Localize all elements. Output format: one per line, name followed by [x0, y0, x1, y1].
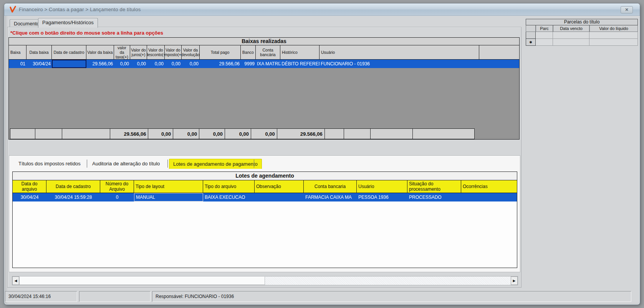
cell-parc[interactable] — [536, 39, 553, 46]
total-devolucao: 0,00 — [251, 129, 277, 139]
col-baixa: Baixa — [9, 45, 26, 59]
col-numero-arquivo: Número do Arquivo — [100, 180, 134, 193]
horizontal-scrollbar[interactable]: ◀ ▶ — [12, 276, 518, 285]
cell-usuario[interactable]: PESSOA 1936 — [357, 193, 407, 201]
cell-data-vencto[interactable] — [553, 32, 589, 39]
cell-historico[interactable]: DÉBITO REFERENT — [280, 60, 320, 68]
col-devolucao: Valor da devolução — [182, 45, 200, 59]
cell-data-baixa[interactable]: 30/04/24 — [26, 60, 52, 68]
col-valor-liquido: Valor do líquido — [589, 25, 638, 32]
col-ocorrencias: Ocorrências — [461, 180, 517, 193]
col-selector — [526, 25, 536, 32]
col-tipo-arquivo: Tipo do arquivo — [203, 180, 255, 193]
col-tipo-layout: Tipo de layout — [134, 180, 203, 193]
cell-total-pago[interactable]: 29.566,06 — [200, 60, 241, 68]
cell-valor-liquido[interactable] — [589, 39, 638, 46]
cell-data-cadastro-focused[interactable] — [52, 60, 86, 68]
total-valor-baixa: 29.566,06 — [110, 129, 149, 139]
lotes-panel: Títulos dos impostos retidos Auditoria d… — [9, 155, 520, 272]
baixas-totals-row: 29.566,06 0,00 0,00 0,00 0,00 0,00 29.56… — [10, 128, 475, 139]
tab-pagamentos-historicos[interactable]: Pagamentos/Históricos — [38, 18, 98, 28]
scroll-left-button[interactable]: ◀ — [12, 276, 19, 285]
cell-data-cadastro[interactable]: 30/04/24 15:59:28 — [46, 193, 100, 201]
col-empty — [479, 45, 519, 59]
tab-lotes-agendamento[interactable]: Lotes de agendamento de pagamento — [169, 159, 262, 169]
cell-banco[interactable]: 9999 — [241, 60, 256, 68]
baixas-header-row: Baixa Data baixa Data de cadastro Valor … — [9, 45, 519, 60]
cell-conta-bancaria[interactable]: IXA MATRIZ — [256, 60, 280, 68]
status-empty-panel — [79, 291, 151, 302]
baixas-grid-title: Baixas realizadas — [9, 38, 519, 45]
lotes-grid-title: Lotes de agendamento — [13, 172, 517, 180]
cell-data-vencto[interactable] — [553, 39, 589, 46]
cell-parc[interactable] — [536, 32, 553, 39]
col-desconto: Valor do desconto(+ — [147, 45, 165, 59]
status-datetime: 30/04/2024 15:46:16 — [5, 291, 77, 302]
col-observacao: Observação — [255, 180, 304, 193]
cell-baixa[interactable]: 01 — [9, 60, 26, 68]
status-responsavel: Responsável: FUNCIONARIO - 01936 — [152, 291, 631, 302]
parcelas-title: Parcelas do título — [526, 19, 638, 25]
cell-conta-bancaria[interactable]: FARMACIA CAIXA MA — [304, 193, 357, 201]
scrollbar-track[interactable] — [265, 276, 511, 285]
title-bar[interactable]: Financeiro > Contas a pagar > Lançamento… — [4, 3, 640, 16]
col-taxa: valor da taxa(+) — [114, 45, 130, 59]
total-blank-3 — [62, 129, 110, 139]
col-data-arquivo: Data do arquivo — [13, 180, 46, 193]
lotes-empty-area[interactable] — [13, 201, 517, 268]
app-logo-icon — [9, 6, 17, 13]
parcelas-row-2[interactable]: ✱ — [526, 39, 638, 46]
total-blank-6 — [371, 129, 413, 139]
cell-devolucao[interactable]: 0,00 — [182, 60, 200, 68]
col-banco: Banco — [241, 45, 256, 59]
bottom-tab-separator-2 — [167, 160, 168, 168]
status-bar: 30/04/2024 15:46:16 Responsável: FUNCION… — [5, 290, 640, 304]
cell-empty[interactable] — [479, 60, 519, 68]
total-total-pago: 29.566,06 — [277, 129, 325, 139]
cell-situacao[interactable]: PROCESSADO — [407, 193, 461, 201]
cell-numero-arquivo[interactable]: 0 — [100, 193, 134, 201]
scroll-right-button[interactable]: ▶ — [511, 276, 518, 285]
lotes-grid: Lotes de agendamento Data do arquivo Dat… — [12, 171, 517, 268]
cell-usuario[interactable]: FUNCIONARIO - 01936 — [320, 60, 479, 68]
cell-observacao[interactable] — [255, 193, 304, 201]
lotes-selected-row[interactable]: 30/04/24 30/04/24 15:59:28 0 MANUAL BAIX… — [13, 193, 517, 201]
cell-ocorrencias[interactable] — [461, 193, 517, 201]
baixas-grid: Baixas realizadas Baixa Data baixa Data … — [8, 37, 520, 140]
cell-juros[interactable]: 0,00 — [130, 60, 147, 68]
cell-tipo-layout-focused[interactable]: MANUAL — [134, 193, 203, 201]
col-data-cadastro: Data de cadastro — [46, 180, 100, 193]
baixas-selected-row[interactable]: 01 30/04/24 29.566,06 0,00 0,00 0,00 0,0… — [9, 60, 519, 68]
row-selector[interactable] — [526, 32, 536, 39]
total-blank-4 — [325, 129, 344, 139]
close-button[interactable]: ✕ — [621, 6, 633, 13]
scrollbar-thumb[interactable] — [19, 276, 265, 285]
baixas-empty-area[interactable] — [9, 68, 519, 128]
insert-marker-icon[interactable]: ✱ — [526, 39, 536, 46]
cell-tipo-arquivo[interactable]: BAIXA EXECUCAO — [203, 193, 255, 201]
col-data-vencto: Data vencto — [553, 25, 589, 32]
total-imposto: 0,00 — [225, 129, 251, 139]
tab-titulos-impostos[interactable]: Títulos dos impostos retidos — [15, 159, 84, 169]
cell-valor-baixa[interactable]: 29.566,06 — [86, 60, 114, 68]
col-situacao: Situação do processamento — [407, 180, 461, 193]
total-blank-2 — [35, 129, 62, 139]
total-taxa: 0,00 — [148, 129, 173, 139]
total-desconto: 0,00 — [199, 129, 225, 139]
total-blank-5 — [344, 129, 371, 139]
col-parc: Parc — [536, 25, 553, 32]
tab-auditoria[interactable]: Auditoria de alteração do título — [88, 159, 164, 169]
cell-desconto[interactable]: 0,00 — [147, 60, 165, 68]
parcelas-row-1[interactable] — [526, 32, 638, 39]
cell-data-arquivo[interactable]: 30/04/24 — [13, 193, 46, 201]
total-blank-7 — [413, 129, 474, 139]
col-total-pago: Total pago — [200, 45, 241, 59]
col-usuario: Usuário — [357, 180, 407, 193]
cell-imposto[interactable]: 0,00 — [165, 60, 182, 68]
col-valor-baixa: Valor da baixa — [86, 45, 114, 59]
cell-valor-liquido[interactable] — [589, 32, 638, 39]
col-data-cadastro: Data de cadastro — [52, 45, 86, 59]
cell-taxa[interactable]: 0,00 — [114, 60, 130, 68]
parcelas-header-row: Parc Data vencto Valor do líquido — [526, 25, 638, 32]
total-blank-1 — [10, 129, 35, 139]
